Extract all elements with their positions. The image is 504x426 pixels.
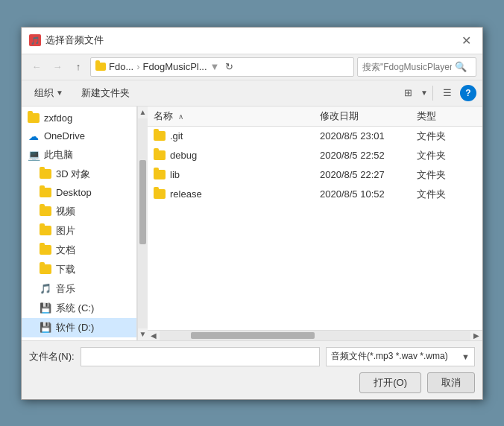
sidebar-label-desktop: Desktop <box>56 187 92 198</box>
sidebar-item-systemc[interactable]: 💾 系统 (C:) <box>22 299 136 318</box>
col-type[interactable]: 类型 <box>417 109 476 123</box>
file-row[interactable]: lib 2020/8/5 22:27 文件夹 <box>148 165 482 185</box>
sidebar-label-zxfdog: zxfdog <box>44 112 72 124</box>
drive-icon-softwared: 💾 <box>40 322 51 334</box>
sidebar-label-systemc: 系统 (C:) <box>56 302 94 315</box>
breadcrumb-dropdown[interactable]: ▼ <box>210 61 220 72</box>
scroll-thumb <box>139 160 146 244</box>
organize-button[interactable]: 组织 ▼ <box>28 83 70 103</box>
sidebar: zxfdog ☁ OneDrive 💻 此电脑 3D 对象 <box>22 106 137 340</box>
cancel-button[interactable]: 取消 <box>427 372 475 393</box>
dialog-icon: 🎵 <box>29 34 41 46</box>
folder-icon-desktop <box>40 187 51 199</box>
file-type-release: 文件夹 <box>417 188 476 201</box>
filename-input[interactable] <box>81 347 320 366</box>
sidebar-item-thispc[interactable]: 💻 此电脑 <box>22 145 136 165</box>
sidebar-item-videos[interactable]: 视频 <box>22 202 136 221</box>
new-folder-button[interactable]: 新建文件夹 <box>75 83 136 103</box>
file-date-lib: 2020/8/5 22:27 <box>320 169 417 180</box>
toolbar-divider <box>432 86 433 101</box>
file-date-release: 2020/8/5 10:52 <box>320 188 417 200</box>
file-dialog: 🎵 选择音频文件 ✕ ← → ↑ Fdo... › FdogMusicPl...… <box>21 27 483 400</box>
action-row: 打开(O) 取消 <box>29 372 475 393</box>
file-name-lib: lib <box>154 169 320 180</box>
sidebar-label-pictures: 图片 <box>56 224 75 238</box>
dialog-title: 选择音频文件 <box>45 34 457 47</box>
filetype-select[interactable]: 音频文件(*.mp3 *.wav *.wma) ▼ <box>326 347 475 366</box>
col-name[interactable]: 名称 ∧ <box>154 109 320 123</box>
sidebar-item-downloads[interactable]: 下载 <box>22 260 136 279</box>
sidebar-label-downloads: 下载 <box>56 263 75 276</box>
sidebar-label-3dobjects: 3D 对象 <box>56 168 90 181</box>
scroll-track[interactable] <box>138 118 148 328</box>
scroll-down-arrow[interactable]: ▼ <box>138 328 148 340</box>
folder-icon <box>95 63 106 71</box>
sidebar-item-3dobjects[interactable]: 3D 对象 <box>22 165 136 184</box>
sort-arrow: ∧ <box>178 112 183 121</box>
col-date[interactable]: 修改日期 <box>320 109 417 123</box>
file-type-debug: 文件夹 <box>417 149 476 162</box>
search-input[interactable] <box>362 62 452 72</box>
view-button-details[interactable]: ☰ <box>438 84 457 102</box>
sidebar-item-documents[interactable]: 文档 <box>22 241 136 260</box>
sidebar-scrollbar[interactable]: ▲ ▼ <box>137 106 148 340</box>
organize-label: 组织 <box>34 86 54 100</box>
folder-icon-downloads <box>40 264 51 276</box>
file-name-debug: debug <box>154 150 320 161</box>
help-button[interactable]: ? <box>460 85 476 101</box>
sidebar-label-documents: 文档 <box>56 244 75 257</box>
file-label-release: release <box>170 188 202 200</box>
sidebar-item-pictures[interactable]: 图片 <box>22 221 136 241</box>
toolbar: 组织 ▼ 新建文件夹 ⊞ ▼ ☰ ? <box>22 80 482 106</box>
file-name-git: .git <box>154 130 320 142</box>
close-button[interactable]: ✕ <box>457 31 475 49</box>
music-icon: 🎵 <box>40 283 51 295</box>
pc-icon-thispc: 💻 <box>28 149 40 161</box>
file-row[interactable]: release 2020/8/5 10:52 文件夹 <box>148 185 482 204</box>
organize-dropdown: ▼ <box>56 89 63 97</box>
scroll-right-arrow[interactable]: ▶ <box>470 330 482 340</box>
file-row[interactable]: debug 2020/8/5 22:52 文件夹 <box>148 146 482 165</box>
search-box: 🔍 <box>357 57 476 77</box>
view-dropdown[interactable]: ▼ <box>420 89 428 97</box>
sidebar-label-thispc: 此电脑 <box>44 148 73 162</box>
scroll-up-arrow[interactable]: ▲ <box>138 106 148 118</box>
col-type-label: 类型 <box>417 110 436 121</box>
up-button[interactable]: ↑ <box>69 58 87 76</box>
title-bar: 🎵 选择音频文件 ✕ <box>22 28 482 54</box>
breadcrumb[interactable]: Fdo... › FdogMusicPl... ▼ ↻ <box>90 57 354 77</box>
sidebar-item-softwared[interactable]: 💾 软件 (D:) <box>22 318 136 337</box>
scrollbar-h[interactable]: ◀ ▶ <box>148 330 482 340</box>
sidebar-item-onedrive[interactable]: ☁ OneDrive <box>22 127 136 145</box>
file-type-git: 文件夹 <box>417 130 476 143</box>
col-date-label: 修改日期 <box>320 110 359 121</box>
sidebar-label-music: 音乐 <box>56 282 75 296</box>
folder-icon-debug <box>154 150 166 160</box>
folder-icon-pictures <box>40 225 51 237</box>
view-button-grid[interactable]: ⊞ <box>398 84 418 102</box>
filename-label: 文件名(N): <box>29 350 75 363</box>
breadcrumb-folder-icon <box>95 63 106 71</box>
cloud-icon-onedrive: ☁ <box>28 130 40 142</box>
folder-icon-lib <box>154 170 166 179</box>
scroll-left-arrow[interactable]: ◀ <box>148 330 160 340</box>
breadcrumb-sep1: › <box>136 61 139 72</box>
file-list-empty <box>148 204 482 330</box>
file-row[interactable]: .git 2020/8/5 23:01 文件夹 <box>148 127 482 146</box>
open-button[interactable]: 打开(O) <box>359 372 421 393</box>
forward-button[interactable]: → <box>48 58 66 76</box>
sidebar-label-videos: 视频 <box>56 205 75 218</box>
breadcrumb-part1: Fdo... <box>109 61 133 72</box>
folder-icon-zxfdog <box>28 112 40 124</box>
sidebar-item-music[interactable]: 🎵 音乐 <box>22 279 136 299</box>
scroll-h-track[interactable] <box>160 331 470 340</box>
refresh-button[interactable]: ↻ <box>225 61 233 72</box>
file-list: 名称 ∧ 修改日期 类型 .git 2020/8/5 23:01 文件夹 <box>148 106 482 340</box>
back-button[interactable]: ← <box>28 58 45 76</box>
filetype-dropdown-arrow: ▼ <box>462 352 470 361</box>
file-type-lib: 文件夹 <box>417 168 476 182</box>
sidebar-item-zxfdog[interactable]: zxfdog <box>22 109 136 127</box>
toolbar-right: ⊞ ▼ ☰ ? <box>398 84 476 102</box>
sidebar-item-desktop[interactable]: Desktop <box>22 184 136 202</box>
filename-row: 文件名(N): 音频文件(*.mp3 *.wav *.wma) ▼ <box>29 347 475 366</box>
